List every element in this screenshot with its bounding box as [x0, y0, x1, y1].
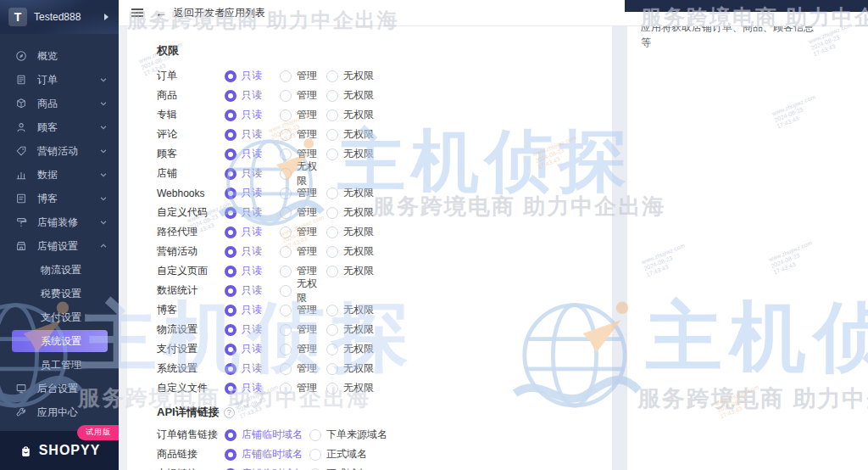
radio-option-selected[interactable]: 只读: [225, 108, 280, 122]
radio-option-selected[interactable]: 店铺临时域名: [225, 467, 309, 470]
radio-option[interactable]: 管理: [280, 127, 326, 142]
sidebar-item[interactable]: 博客: [0, 187, 119, 210]
radio-option-label[interactable]: 无权限: [343, 322, 374, 337]
radio-option[interactable]: 管理: [280, 88, 326, 103]
radio-option[interactable]: 正式域名: [309, 467, 424, 470]
radio-unselected-icon[interactable]: [326, 305, 338, 316]
sidebar-item[interactable]: 概览: [0, 44, 119, 68]
radio-unselected-icon[interactable]: [280, 227, 292, 238]
radio-unselected-icon[interactable]: [280, 246, 292, 258]
radio-option[interactable]: 管理: [280, 69, 326, 83]
radio-option-label[interactable]: 管理: [297, 244, 317, 259]
radio-option-selected[interactable]: 只读: [225, 147, 280, 161]
radio-selected-icon[interactable]: [225, 429, 236, 441]
radio-option-label[interactable]: 只读: [242, 88, 262, 103]
radio-selected-icon[interactable]: [225, 383, 236, 394]
radio-unselected-icon[interactable]: [326, 129, 338, 141]
radio-option-label[interactable]: 管理: [297, 205, 317, 220]
radio-option-selected[interactable]: 店铺临时域名: [225, 428, 309, 442]
radio-option-label[interactable]: 无权限: [343, 88, 374, 103]
radio-unselected-icon[interactable]: [280, 305, 292, 316]
radio-option[interactable]: 管理: [280, 108, 326, 122]
radio-option-label[interactable]: 只读: [242, 166, 262, 181]
radio-unselected-icon[interactable]: [280, 344, 292, 355]
radio-option-selected[interactable]: 只读: [225, 283, 280, 298]
radio-unselected-icon[interactable]: [280, 207, 292, 219]
radio-option-selected[interactable]: 只读: [225, 225, 280, 239]
radio-selected-icon[interactable]: [225, 285, 236, 297]
question-circle-icon[interactable]: ?: [224, 407, 235, 418]
sidebar-subitem[interactable]: 员工管理: [0, 353, 119, 377]
radio-option-selected[interactable]: 店铺临时域名: [225, 447, 309, 462]
radio-option-label[interactable]: 无权限: [343, 225, 374, 239]
radio-option[interactable]: 无权限: [326, 225, 390, 239]
radio-unselected-icon[interactable]: [309, 449, 321, 461]
radio-option-selected[interactable]: 只读: [225, 88, 280, 103]
radio-option[interactable]: 无权限: [326, 361, 390, 376]
radio-option[interactable]: 管理: [280, 322, 326, 337]
radio-option-label[interactable]: 店铺临时域名: [242, 428, 303, 442]
radio-option[interactable]: 无权限: [326, 127, 390, 142]
radio-unselected-icon[interactable]: [280, 363, 292, 375]
sidebar-item[interactable]: 订单: [0, 68, 119, 92]
radio-option[interactable]: 管理: [280, 205, 326, 220]
radio-selected-icon[interactable]: [225, 449, 236, 461]
radio-unselected-icon[interactable]: [326, 344, 338, 355]
radio-option-label[interactable]: 管理: [297, 127, 317, 142]
radio-option-label[interactable]: 只读: [242, 69, 262, 83]
radio-option[interactable]: 无权限: [326, 264, 390, 278]
radio-option[interactable]: 无权限: [326, 244, 390, 259]
radio-unselected-icon[interactable]: [326, 187, 338, 199]
radio-option[interactable]: 无权限: [326, 69, 390, 83]
radio-option-label[interactable]: 无权限: [343, 205, 374, 220]
radio-selected-icon[interactable]: [225, 266, 236, 277]
radio-option[interactable]: 管理: [280, 225, 326, 239]
radio-option[interactable]: 无权限: [280, 277, 326, 305]
radio-unselected-icon[interactable]: [326, 148, 338, 160]
radio-option-label[interactable]: 管理: [297, 69, 317, 83]
radio-option[interactable]: 下单来源域名: [309, 428, 424, 442]
radio-unselected-icon[interactable]: [326, 207, 338, 219]
radio-option-label[interactable]: 下单来源域名: [326, 428, 387, 442]
radio-unselected-icon[interactable]: [326, 324, 338, 336]
radio-option-label[interactable]: 无权限: [343, 342, 374, 356]
radio-option-selected[interactable]: 只读: [225, 264, 280, 278]
radio-unselected-icon[interactable]: [309, 429, 321, 441]
radio-unselected-icon[interactable]: [280, 168, 292, 180]
radio-unselected-icon[interactable]: [326, 363, 338, 375]
radio-option-label[interactable]: 只读: [242, 381, 262, 395]
sidebar-item[interactable]: 营销活动: [0, 139, 119, 163]
radio-option-selected[interactable]: 只读: [225, 69, 280, 83]
radio-unselected-icon[interactable]: [326, 227, 338, 238]
radio-option-label[interactable]: 只读: [242, 283, 262, 298]
radio-unselected-icon[interactable]: [280, 129, 292, 141]
radio-option-selected[interactable]: 只读: [225, 303, 280, 317]
radio-option-label[interactable]: 正式域名: [326, 467, 367, 470]
radio-option-selected[interactable]: 只读: [225, 342, 280, 356]
radio-option-label[interactable]: 管理: [297, 108, 317, 122]
radio-unselected-icon[interactable]: [280, 90, 292, 102]
radio-selected-icon[interactable]: [225, 187, 236, 199]
radio-option-label[interactable]: 管理: [297, 303, 317, 317]
radio-option[interactable]: 无权限: [326, 381, 390, 395]
radio-option[interactable]: 无权限: [326, 147, 390, 161]
radio-option[interactable]: 管理: [280, 244, 326, 259]
radio-option-label[interactable]: 只读: [242, 322, 262, 337]
radio-option-label[interactable]: 只读: [242, 303, 262, 317]
radio-unselected-icon[interactable]: [280, 109, 292, 121]
radio-selected-icon[interactable]: [225, 70, 236, 82]
radio-selected-icon[interactable]: [225, 363, 236, 375]
radio-option-label[interactable]: 只读: [242, 244, 262, 259]
radio-option[interactable]: 无权限: [280, 159, 326, 188]
radio-option-label[interactable]: 管理: [297, 361, 317, 376]
radio-option-selected[interactable]: 只读: [225, 166, 280, 181]
radio-option[interactable]: 无权限: [326, 303, 390, 317]
radio-option-label[interactable]: 无权限: [343, 108, 374, 122]
radio-selected-icon[interactable]: [225, 168, 236, 180]
radio-option[interactable]: 管理: [280, 342, 326, 356]
sidebar-subitem[interactable]: 税费设置: [0, 282, 119, 305]
radio-option[interactable]: 无权限: [326, 88, 390, 103]
sidebar-item[interactable]: 数据: [0, 163, 119, 187]
radio-unselected-icon[interactable]: [280, 324, 292, 336]
radio-option-label[interactable]: 无权限: [343, 127, 374, 142]
